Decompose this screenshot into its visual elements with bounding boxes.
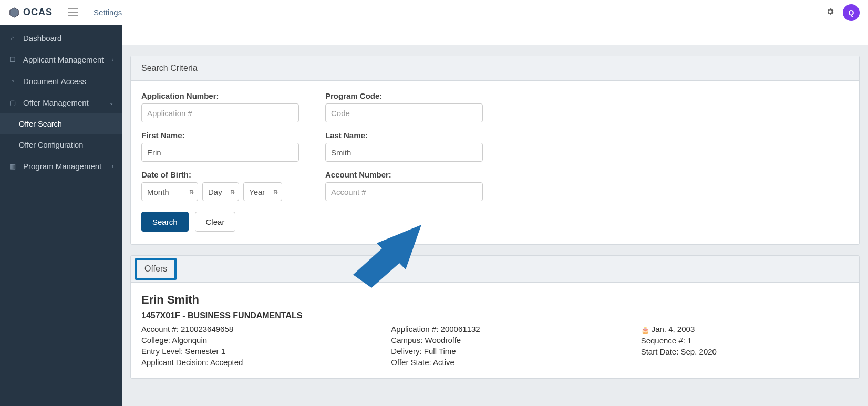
dob-month-select[interactable]: Month xyxy=(141,182,198,201)
svg-marker-0 xyxy=(10,7,19,17)
applicant-icon: ☐ xyxy=(8,56,17,64)
page-header-bar xyxy=(122,25,868,45)
result-entry: Entry Level: Semester 1 xyxy=(141,346,349,357)
result-decision: Applicant Decision: Accepted xyxy=(141,357,349,368)
result-name: Erin Smith xyxy=(141,293,849,307)
program-icon: ▥ xyxy=(8,162,17,170)
logo[interactable]: OCAS xyxy=(8,7,53,18)
logo-icon xyxy=(8,7,20,18)
search-criteria-title: Search Criteria xyxy=(131,56,859,81)
label-program-code: Program Code: xyxy=(325,91,483,100)
sidebar-item-offer-management[interactable]: ▢ Offer Management ⌄ xyxy=(0,92,122,113)
first-name-input[interactable] xyxy=(141,143,299,162)
chevron-left-icon: ‹ xyxy=(112,57,113,63)
result-start: Start Date: Sep. 2020 xyxy=(641,346,849,357)
sidebar-item-offer-search[interactable]: Offer Search xyxy=(0,113,122,134)
sidebar: ⌂ Dashboard ☐ Applicant Management ‹ ▫ D… xyxy=(0,25,122,406)
sidebar-item-document-access[interactable]: ▫ Document Access xyxy=(0,70,122,92)
label-last-name: Last Name: xyxy=(325,131,483,140)
label-account-number: Account Number: xyxy=(325,170,483,179)
main: Search Criteria Application Number: Prog… xyxy=(122,25,868,406)
svg-rect-3 xyxy=(68,15,78,16)
sidebar-item-offer-configuration[interactable]: Offer Configuration xyxy=(0,134,122,155)
logo-text: OCAS xyxy=(23,7,53,18)
results-panel: Offers Erin Smith 1457X01F - BUSINESS FU… xyxy=(130,255,860,379)
last-name-input[interactable] xyxy=(325,143,483,162)
result-account: Account #: 210023649658 xyxy=(141,324,349,335)
svg-rect-2 xyxy=(68,12,78,13)
svg-rect-1 xyxy=(68,8,78,9)
sidebar-item-applicant-management[interactable]: ☐ Applicant Management ‹ xyxy=(0,49,122,70)
chevron-left-icon: ‹ xyxy=(112,163,113,169)
result-campus: Campus: Woodroffe xyxy=(391,335,598,346)
program-code-input[interactable] xyxy=(325,103,483,122)
result-state: Offer State: Active xyxy=(391,357,598,368)
label-app-number: Application Number: xyxy=(141,91,299,100)
dashboard-icon: ⌂ xyxy=(8,34,17,42)
result-application: Application #: 200061132 xyxy=(391,324,598,335)
gear-icon[interactable] xyxy=(826,7,834,18)
clear-button[interactable]: Clear xyxy=(195,212,236,232)
tab-offers[interactable]: Offers xyxy=(135,258,177,280)
topbar: OCAS Settings Q xyxy=(0,0,868,25)
dob-day-select[interactable]: Day xyxy=(202,182,239,201)
cake-icon: 🎂 xyxy=(641,326,649,334)
menu-toggle-icon[interactable] xyxy=(68,6,78,18)
result-sequence: Sequence #: 1 xyxy=(641,335,849,346)
sidebar-item-program-management[interactable]: ▥ Program Management ‹ xyxy=(0,155,122,177)
result-program: 1457X01F - BUSINESS FUNDAMENTALS xyxy=(141,311,849,320)
dob-year-select[interactable]: Year xyxy=(243,182,282,201)
breadcrumb[interactable]: Settings xyxy=(94,8,122,17)
label-dob: Date of Birth: xyxy=(141,170,299,179)
chevron-down-icon: ⌄ xyxy=(109,100,113,106)
search-button[interactable]: Search xyxy=(141,212,189,232)
avatar[interactable]: Q xyxy=(843,4,860,21)
result-college: College: Algonquin xyxy=(141,335,349,346)
result-dob: 🎂Jan. 4, 2003 xyxy=(641,324,849,335)
application-number-input[interactable] xyxy=(141,103,299,122)
offer-icon: ▢ xyxy=(8,99,17,107)
search-criteria-panel: Search Criteria Application Number: Prog… xyxy=(130,56,860,245)
result-delivery: Delivery: Full Time xyxy=(391,346,598,357)
document-icon: ▫ xyxy=(8,77,17,85)
label-first-name: First Name: xyxy=(141,131,299,140)
account-number-input[interactable] xyxy=(325,182,483,201)
sidebar-item-dashboard[interactable]: ⌂ Dashboard xyxy=(0,27,122,49)
